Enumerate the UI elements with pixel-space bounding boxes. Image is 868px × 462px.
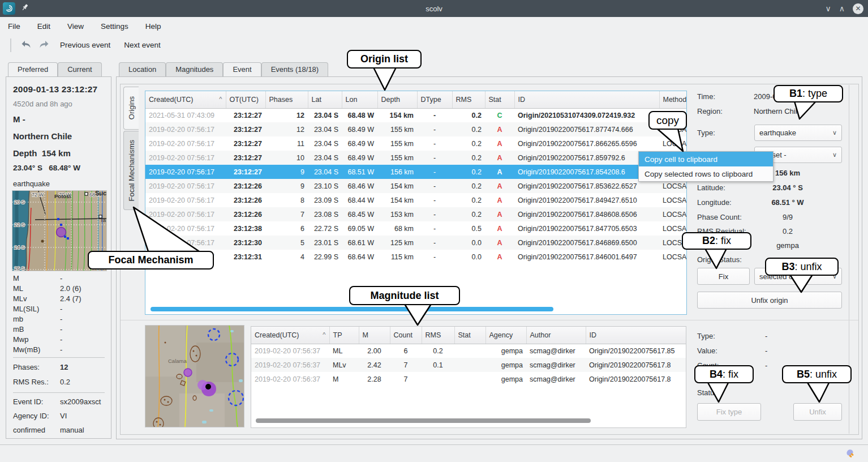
origin-cell-method[interactable]: LOCSA [659, 250, 687, 264]
origin-col-rms[interactable]: RMS [452, 91, 485, 108]
origin-cell-phases[interactable]: 9 [265, 179, 308, 193]
origin-cell-ot[interactable]: 23:12:27 [226, 108, 265, 122]
origin-cell-dtype[interactable]: - [417, 250, 452, 264]
origin-cell-depth[interactable]: 155 km [377, 122, 417, 136]
origin-cell-method[interactable]: LOCSA [659, 136, 687, 151]
main-tab-location[interactable]: Location [119, 62, 166, 76]
origin-table-row[interactable]: 2019-02-20 07:56:1723:12:30523.01 S68.61… [145, 236, 687, 250]
menu-file[interactable]: File [8, 22, 20, 31]
magnitude-cell-id[interactable]: Origin/20190220075617.8 [586, 358, 686, 372]
origin-table-row[interactable]: 2021-05-31 07:43:0923:12:271223.04 S68.4… [145, 108, 687, 122]
origin-cell-ot[interactable]: 23:12:27 [226, 122, 265, 136]
origin-table-row[interactable]: 2019-02-20 07:56:1723:12:26723.08 S68.45… [145, 207, 687, 221]
origin-col-createdutc[interactable]: Created(UTC)^ [145, 91, 226, 108]
magnitude-table-row[interactable]: 2019-02-20 07:56:37MLv2.4270.1gempascmag… [251, 358, 686, 372]
maximize-icon[interactable]: ∧ [839, 5, 845, 12]
origin-cell-rms[interactable]: 0.0 [452, 250, 485, 264]
origin-cell-created[interactable]: 2019-02-20 07:56:17 [145, 221, 226, 236]
unfix-magnitude-button[interactable]: Unfix [793, 403, 842, 421]
origin-cell-phases[interactable]: 6 [265, 221, 308, 236]
magnitude-col-m[interactable]: M [359, 327, 390, 344]
origin-cell-phases[interactable]: 11 [265, 136, 308, 151]
magnitude-cell-tp[interactable]: M [329, 372, 359, 386]
previous-event-button[interactable]: Previous event [60, 41, 110, 49]
origin-cell-stat[interactable]: A [485, 221, 514, 236]
origin-cell-ot[interactable]: 23:12:27 [226, 136, 265, 151]
origin-cell-rms[interactable]: 0.2 [452, 136, 485, 151]
magnitude-cell-m[interactable]: 2.28 [359, 372, 390, 386]
origin-cell-depth[interactable]: 154 km [377, 108, 417, 122]
origin-cell-depth[interactable]: 155 km [377, 136, 417, 151]
origin-cell-created[interactable]: 2021-05-31 07:43:09 [145, 108, 226, 122]
origin-col-depth[interactable]: Depth [377, 91, 417, 108]
origin-cell-created[interactable]: 2019-02-20 07:56:17 [145, 207, 226, 221]
origin-cell-phases[interactable]: 7 [265, 207, 308, 221]
origin-cell-lon[interactable]: 68.44 W [342, 193, 377, 207]
origin-cell-lon[interactable]: 68.49 W [342, 136, 377, 151]
origin-cell-dtype[interactable]: - [417, 165, 452, 179]
origin-cell-id[interactable]: Origin/20190220075617.859792.6 [514, 151, 659, 165]
origin-cell-created[interactable]: 2019-02-20 07:56:17 [145, 165, 226, 179]
origin-cell-rms[interactable]: 0.2 [452, 179, 485, 193]
magnitude-cell-created[interactable]: 2019-02-20 07:56:37 [251, 344, 329, 358]
origin-table-row[interactable]: 2019-02-20 07:56:1723:12:27923.04 S68.51… [145, 165, 687, 179]
origin-cell-ot[interactable]: 23:12:31 [226, 250, 265, 264]
origin-cell-dtype[interactable]: - [417, 207, 452, 221]
origin-cell-depth[interactable]: 68 km [377, 221, 417, 236]
horizontal-splitter[interactable] [121, 320, 858, 320]
origin-table-row[interactable]: 2019-02-20 07:56:1723:12:271023.04 S68.4… [145, 151, 687, 165]
origin-col-lat[interactable]: Lat [308, 91, 342, 108]
origin-table-row[interactable]: 2019-02-20 07:56:1723:12:271223.04 S68.4… [145, 122, 687, 136]
magnitude-cell-id[interactable]: Origin/20190220075617.85 [586, 344, 686, 358]
origin-cell-ot[interactable]: 23:12:38 [226, 221, 265, 236]
magnitude-cell-tp[interactable]: MLv [329, 358, 359, 372]
tab-origins[interactable]: Origins [123, 87, 139, 130]
origin-cell-created[interactable]: 2019-02-20 07:56:17 [145, 179, 226, 193]
origin-cell-id[interactable]: Origin/20210531074309.072419.932 [514, 108, 659, 122]
origin-cell-lat[interactable]: 22.99 S [308, 250, 342, 264]
menu-view[interactable]: View [67, 22, 84, 31]
origin-col-stat[interactable]: Stat [485, 91, 514, 108]
origin-col-id[interactable]: ID [514, 91, 659, 108]
sidebar-tab-current[interactable]: Current [58, 62, 101, 76]
origin-cell-rms[interactable]: 0.0 [452, 236, 485, 250]
magnitude-table-hscrollbar[interactable] [256, 418, 591, 423]
origin-cell-created[interactable]: 2019-02-20 07:56:17 [145, 136, 226, 151]
origin-cell-id[interactable]: Origin/20190220075617.854208.6 [514, 165, 659, 179]
origin-cell-method[interactable]: LOCSA [659, 193, 687, 207]
origin-cell-lat[interactable]: 22.72 S [308, 221, 342, 236]
minimize-icon[interactable]: ∨ [826, 5, 831, 12]
magnitude-cell-m[interactable]: 2.42 [359, 358, 390, 372]
origin-cell-lat[interactable]: 23.10 S [308, 179, 342, 193]
origin-col-lon[interactable]: Lon [342, 91, 377, 108]
menu-settings[interactable]: Settings [101, 22, 128, 31]
origin-cell-created[interactable]: 2019-02-20 07:56:17 [145, 236, 226, 250]
toolbar-handle[interactable] [10, 38, 11, 52]
origin-cell-ot[interactable]: 23:12:27 [226, 151, 265, 165]
magnitude-cell-count[interactable]: 7 [390, 372, 422, 386]
origin-cell-lat[interactable]: 23.01 S [308, 236, 342, 250]
origin-cell-rms[interactable]: 0.2 [452, 165, 485, 179]
origin-cell-lat[interactable]: 23.04 S [308, 165, 342, 179]
origin-cell-lon[interactable]: 68.48 W [342, 108, 377, 122]
origin-cell-ot[interactable]: 23:12:26 [226, 193, 265, 207]
magnitude-map[interactable]: Calama [145, 325, 244, 427]
origin-cell-lat[interactable]: 23.09 S [308, 193, 342, 207]
magnitude-table-header[interactable]: Created(UTC)^TPMCountRMSStatAgencyAuthor… [251, 327, 686, 344]
magnitude-table-row[interactable]: 2019-02-20 07:56:37ML2.0060.2gempascmag@… [251, 344, 686, 358]
origin-cell-depth[interactable]: 154 km [377, 193, 417, 207]
next-event-button[interactable]: Next event [124, 41, 161, 49]
origin-cell-dtype[interactable]: - [417, 122, 452, 136]
origin-cell-phases[interactable]: 12 [265, 122, 308, 136]
origin-table-row[interactable]: 2019-02-20 07:56:1723:12:26923.10 S68.46… [145, 179, 687, 193]
origin-col-otutc[interactable]: OT(UTC) [226, 91, 265, 108]
magnitude-col-id[interactable]: ID [586, 327, 686, 344]
magnitude-cell-stat[interactable] [454, 344, 485, 358]
magnitude-cell-created[interactable]: 2019-02-20 07:56:37 [251, 372, 329, 386]
origin-cell-dtype[interactable]: - [417, 179, 452, 193]
previous-event-icon[interactable] [20, 40, 32, 50]
origin-cell-dtype[interactable]: - [417, 221, 452, 236]
origin-cell-ot[interactable]: 23:12:27 [226, 165, 265, 179]
origin-table-row[interactable]: 2019-02-20 07:56:1723:12:271123.04 S68.4… [145, 136, 687, 151]
magnitude-cell-agency[interactable]: gempa [485, 372, 526, 386]
